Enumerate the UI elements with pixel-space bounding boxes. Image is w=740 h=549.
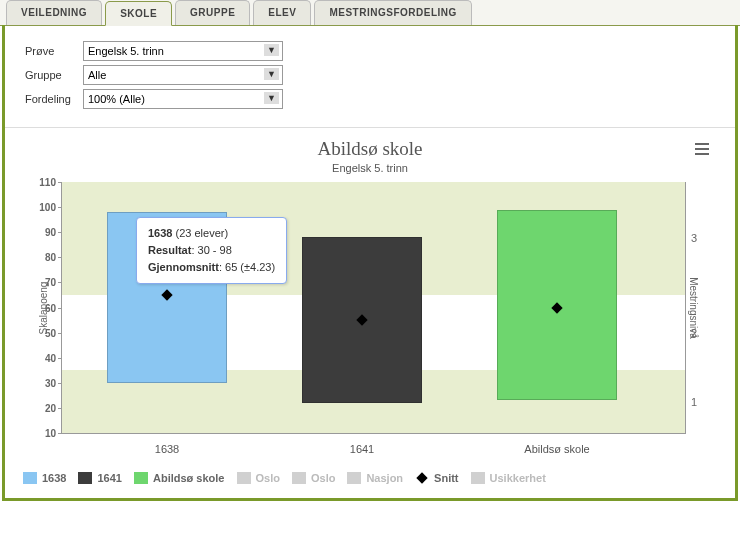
filter-prove-select[interactable]: Engelsk 5. trinn [83, 41, 283, 61]
legend-item-snitt[interactable]: Snitt [415, 472, 458, 484]
content-panel: Prøve Engelsk 5. trinn Gruppe Alle Forde… [2, 25, 738, 501]
filter-fordeling-label: Fordeling [25, 93, 83, 105]
ytick: 70 [45, 277, 56, 288]
ytick: 50 [45, 327, 56, 338]
ytick: 60 [45, 302, 56, 313]
legend-item[interactable]: 1638 [23, 472, 66, 484]
legend-item[interactable]: Abildsø skole [134, 472, 225, 484]
chart-tooltip: 1638 (23 elever) Resultat: 30 - 98 Gjenn… [136, 217, 287, 284]
legend-item[interactable]: Oslo [237, 472, 280, 484]
tab-mestringsfordeling[interactable]: MESTRINGSFORDELING [314, 0, 471, 25]
ytick: 90 [45, 227, 56, 238]
tab-veiledning[interactable]: VEILEDNING [6, 0, 102, 25]
ytick: 80 [45, 252, 56, 263]
chart-area: Abildsø skole Engelsk 5. trinn Skalapoen… [5, 128, 735, 498]
chart-menu-icon[interactable] [695, 140, 709, 158]
chart-title: Abildsø skole [23, 138, 717, 160]
diamond-icon [416, 472, 427, 483]
filter-prove-label: Prøve [25, 45, 83, 57]
yaxis-right-label: Mestringsnivå [689, 277, 700, 339]
filter-gruppe-select[interactable]: Alle [83, 65, 283, 85]
ytick: 30 [45, 377, 56, 388]
x-label: 1641 [350, 443, 374, 455]
chart-plot: 110 100 90 80 70 60 50 40 30 20 10 [61, 182, 685, 434]
tab-skole[interactable]: SKOLE [105, 1, 172, 26]
x-label: Abildsø skole [524, 443, 589, 455]
legend-item[interactable]: Oslo [292, 472, 335, 484]
legend-item[interactable]: Nasjon [347, 472, 403, 484]
filter-fordeling-select[interactable]: 100% (Alle) [83, 89, 283, 109]
ytick: 40 [45, 352, 56, 363]
filter-gruppe-label: Gruppe [25, 69, 83, 81]
legend-item[interactable]: 1641 [78, 472, 121, 484]
ytick: 110 [39, 177, 56, 188]
ytick: 20 [45, 402, 56, 413]
ytick: 100 [39, 202, 56, 213]
chart-legend: 1638 1641 Abildsø skole Oslo Oslo Nasjon… [23, 468, 717, 488]
tab-elev[interactable]: ELEV [253, 0, 311, 25]
chart-subtitle: Engelsk 5. trinn [23, 162, 717, 174]
x-label: 1638 [155, 443, 179, 455]
tab-gruppe[interactable]: GRUPPE [175, 0, 250, 25]
filter-panel: Prøve Engelsk 5. trinn Gruppe Alle Forde… [5, 27, 735, 128]
tab-bar: VEILEDNING SKOLE GRUPPE ELEV MESTRINGSFO… [0, 0, 740, 26]
legend-item-usikkerhet[interactable]: Usikkerhet [471, 472, 546, 484]
ytick: 10 [45, 428, 56, 439]
